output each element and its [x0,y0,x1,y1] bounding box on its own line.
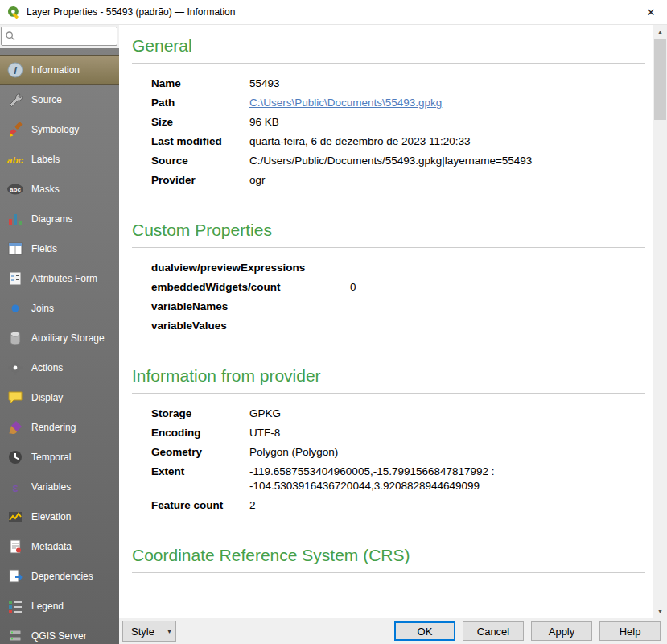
section-heading-custom-properties: Custom Properties [132,221,645,240]
titlebar: Layer Properties - 55493 (padrão) — Info… [0,0,667,25]
sidebar-item-qgis-server[interactable]: QGIS Server [0,621,119,644]
symbology-icon [6,120,25,139]
sidebar-item-information[interactable]: i Information [0,55,119,85]
scrollbar-thumb[interactable] [654,39,666,120]
qgis-logo-icon [6,5,21,19]
section-heading-general: General [132,36,645,56]
table-row: Storage GPKG [151,404,645,423]
legend-icon [6,597,25,616]
divider [132,572,645,573]
server-icon [6,626,25,644]
cancel-button[interactable]: Cancel [463,621,524,641]
svg-text:i: i [14,64,17,76]
sidebar-item-labels[interactable]: abc Labels [0,144,119,174]
sidebar-item-actions[interactable]: Actions [0,353,119,382]
window-title: Layer Properties - 55493 (padrão) — Info… [27,6,235,18]
sidebar-item-display[interactable]: Display [0,382,119,412]
sidebar-item-source[interactable]: Source [0,85,119,114]
table-row: Extent -119.6587553404960005,-15.7991566… [151,462,645,496]
layer-properties-window: Layer Properties - 55493 (padrão) — Info… [0,0,667,644]
scroll-up-icon[interactable]: ▲ [653,25,667,39]
divider [132,63,645,64]
information-panel: General Name 55493 Path C:\Users\Public\… [119,25,653,618]
section-heading-crs: Coordinate Reference System (CRS) [132,546,645,565]
sidebar-search [1,27,117,46]
sidebar-item-metadata[interactable]: Metadata [0,531,119,561]
sidebar-item-legend[interactable]: Legend [0,591,119,621]
section-crs: Coordinate Reference System (CRS) [132,546,645,573]
table-row: Provider ogr [151,171,645,190]
sidebar-item-masks[interactable]: abc Masks [0,174,119,204]
help-button[interactable]: Help [599,621,661,641]
table-row: Name 55493 [151,74,645,93]
section-general: General Name 55493 Path C:\Users\Public\… [132,36,645,190]
section-provider-info: Information from provider Storage GPKG E… [132,366,645,515]
labels-icon: abc [6,150,25,169]
actions-icon [6,358,25,378]
table-row: embeddedWidgets/count 0 [151,278,645,297]
table-row: Size 96 KB [151,113,645,132]
elevation-icon [6,507,25,526]
sidebar-item-rendering[interactable]: Rendering [0,412,119,442]
masks-icon: abc [6,180,25,199]
table-row: Last modified quarta-feira, 6 de dezembr… [151,132,645,151]
rendering-icon [6,418,25,437]
svg-text:abc: abc [7,155,23,165]
dialog-footer: Style ▾ OK Cancel Apply Help [119,618,667,644]
svg-text:abc: abc [10,186,21,193]
sidebar-item-attributes-form[interactable]: Attributes Form [0,263,119,293]
sidebar-item-variables[interactable]: ε Variables [0,472,119,502]
divider [132,247,645,248]
close-icon[interactable]: ✕ [635,0,667,24]
fields-icon [6,239,25,258]
section-heading-provider: Information from provider [132,366,645,386]
sidebar-search-input[interactable] [19,30,113,43]
path-link[interactable]: C:\Users\Public\Documents\55493.gpkg [249,97,442,109]
section-custom-properties: Custom Properties dualview/previewExpres… [132,221,645,336]
attributes-form-icon [6,269,25,288]
sidebar-item-auxiliary-storage[interactable]: Auxiliary Storage [0,323,119,353]
sidebar-item-dependencies[interactable]: Dependencies [0,561,119,591]
joins-icon [6,299,25,318]
sidebar-item-temporal[interactable]: Temporal [0,442,119,472]
table-row: Feature count 2 [151,496,645,515]
sidebar-nav: i Information Source Symbology [0,48,119,644]
sidebar-item-joins[interactable]: Joins [0,293,119,323]
scroll-down-icon[interactable]: ▼ [653,605,667,618]
sidebar-item-fields[interactable]: Fields [0,233,119,263]
content-scrollbar[interactable]: ▲ ▼ [653,25,667,618]
search-icon [5,31,16,42]
table-row: Encoding UTF-8 [151,423,645,443]
sidebar-item-symbology[interactable]: Symbology [0,114,119,144]
table-row: Source C:/Users/Public/Documents/55493.g… [151,151,645,171]
variables-icon: ε [6,477,25,497]
display-icon [6,388,25,407]
apply-button[interactable]: Apply [531,621,592,641]
temporal-icon [6,448,25,467]
chevron-down-icon[interactable]: ▾ [163,621,175,641]
ok-button[interactable]: OK [394,621,455,641]
table-row: variableNames [151,297,645,316]
table-row: dualview/previewExpressions [151,258,645,278]
sidebar-item-diagrams[interactable]: Diagrams [0,204,119,233]
dependencies-icon [6,567,25,586]
table-row: variableValues [151,316,645,336]
auxiliary-storage-icon [6,328,25,348]
info-icon: i [6,60,25,80]
divider [132,393,645,394]
table-row: Path C:\Users\Public\Documents\55493.gpk… [151,93,645,113]
metadata-icon [6,537,25,556]
sidebar-item-elevation[interactable]: Elevation [0,502,119,531]
table-row: Geometry Polygon (Polygon) [151,443,645,462]
style-button[interactable]: Style ▾ [122,621,176,642]
diagrams-icon [6,209,25,229]
properties-sidebar: i Information Source Symbology [0,25,119,644]
svg-text:ε: ε [12,480,18,493]
source-icon [6,90,25,109]
